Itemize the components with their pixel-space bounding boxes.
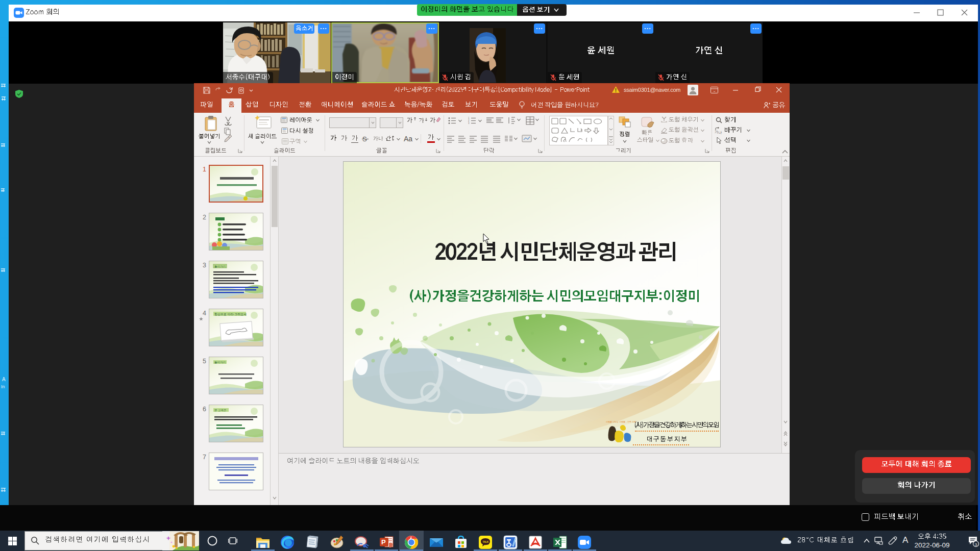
svg-text:나: 나 (718, 131, 722, 134)
svg-text:사랑을 나누는 사람들 - 가족 사랑: 사랑을 나누는 사람들 - 가족 사랑 (606, 420, 636, 423)
svg-text:P: P (381, 538, 386, 546)
svg-text:본 교육은: 본 교육은 (214, 409, 227, 412)
svg-text:가: 가 (715, 130, 718, 134)
svg-text:3: 3 (468, 122, 470, 124)
svg-text:In: In (1, 384, 5, 389)
svg-text:TALK: TALK (483, 541, 489, 543)
svg-text:3: 3 (975, 542, 977, 547)
svg-text:A: A (2, 377, 6, 382)
svg-text:들어가기: 들어가기 (214, 361, 226, 364)
svg-text:들어가기: 들어가기 (214, 265, 226, 268)
svg-text:한선으로 따라 그려보세: 한선으로 따라 그려보세 (214, 313, 247, 316)
